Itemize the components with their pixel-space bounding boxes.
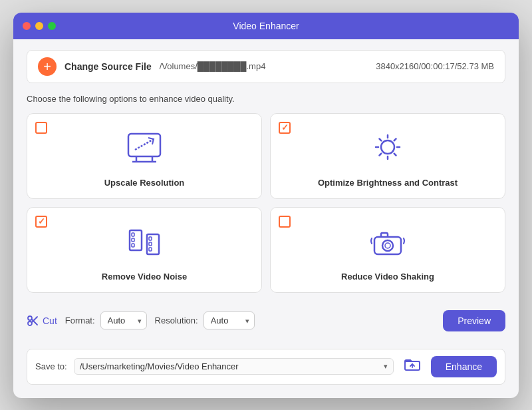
preview-button[interactable]: Preview [443,310,505,331]
cut-label: Cut [43,315,57,326]
titlebar: Video Enhancer [13,13,519,39]
save-path-wrapper: ▾ [74,358,394,375]
change-source-label: Change Source File [65,61,152,72]
shaking-icon [366,225,409,262]
window-controls [23,22,56,30]
source-path: /Volumes/████████.mp4 [160,61,368,71]
svg-rect-16 [132,238,134,242]
svg-point-24 [385,243,390,248]
save-label: Save to: [35,361,67,371]
app-window: Video Enhancer + Change Source File /Vol… [13,13,519,398]
save-path-input[interactable] [80,361,384,371]
close-button[interactable] [23,22,31,30]
resolution-select[interactable]: Auto 720p 1080p 4K [203,311,255,329]
noise-label: Remove Video Noise [102,272,187,282]
checkbox-checked-noise: ✓ [35,216,47,228]
checkbox-unchecked-upscale [35,122,47,134]
main-content: + Change Source File /Volumes/████████.m… [13,39,519,398]
browse-folder-button[interactable] [400,357,424,376]
upscale-label: Upscale Resolution [104,178,185,188]
svg-rect-19 [149,237,152,240]
hint-text: Choose the following options to enhance … [27,94,505,104]
source-info: 3840x2160/00:00:17/52.73 MB [376,61,494,71]
svg-rect-20 [149,242,152,246]
option-upscale[interactable]: Upscale Resolution [27,113,262,199]
folder-icon [404,358,420,371]
svg-line-10 [380,138,382,140]
scissors-icon [27,315,39,327]
noise-icon [123,225,166,262]
svg-rect-15 [132,233,134,236]
option-brightness[interactable]: ✓ [270,113,505,199]
svg-line-12 [394,138,396,140]
format-label: Format: [65,315,95,325]
svg-point-5 [381,140,394,154]
save-path-dropdown[interactable]: ▾ [384,362,388,371]
svg-line-13 [380,153,382,155]
format-select-wrapper: Auto MP4 MOV AVI [100,311,147,329]
svg-point-23 [382,240,393,251]
resolution-label: Resolution: [155,315,198,325]
shaking-label: Reduce Video Shaking [341,272,434,282]
enhance-button[interactable]: Enhance [431,356,497,377]
brightness-checkbox[interactable]: ✓ [279,122,292,135]
upscale-icon [123,131,166,168]
option-shaking[interactable]: Reduce Video Shaking [270,207,505,293]
source-bar: + Change Source File /Volumes/████████.m… [27,50,505,83]
brightness-label: Optimize Brightness and Contrast [318,178,458,188]
resolution-group: Resolution: Auto 720p 1080p 4K [155,311,255,329]
brightness-icon [366,131,409,168]
svg-rect-21 [149,248,152,251]
checkbox-checked-brightness: ✓ [279,122,291,134]
shaking-checkbox[interactable] [279,216,292,229]
maximize-button[interactable] [48,22,56,30]
format-select[interactable]: Auto MP4 MOV AVI [100,311,147,329]
format-group: Format: Auto MP4 MOV AVI [65,311,147,329]
add-source-button[interactable]: + [38,57,57,76]
upscale-checkbox[interactable] [35,122,49,135]
svg-line-4 [135,139,154,150]
options-grid: Upscale Resolution ✓ [27,113,505,293]
noise-checkbox[interactable]: ✓ [35,216,49,229]
checkbox-unchecked-shaking [279,216,291,228]
cut-button[interactable]: Cut [27,315,57,327]
svg-rect-17 [132,244,134,247]
resolution-select-wrapper: Auto 720p 1080p 4K [203,311,255,329]
toolbar: Cut Format: Auto MP4 MOV AVI Resolution: [27,304,505,338]
window-title: Video Enhancer [233,21,299,31]
svg-line-11 [394,153,396,155]
bottom-bar: Save to: ▾ Enhance [27,349,505,385]
minimize-button[interactable] [35,22,43,30]
option-noise[interactable]: ✓ Remove Vide [27,207,262,293]
